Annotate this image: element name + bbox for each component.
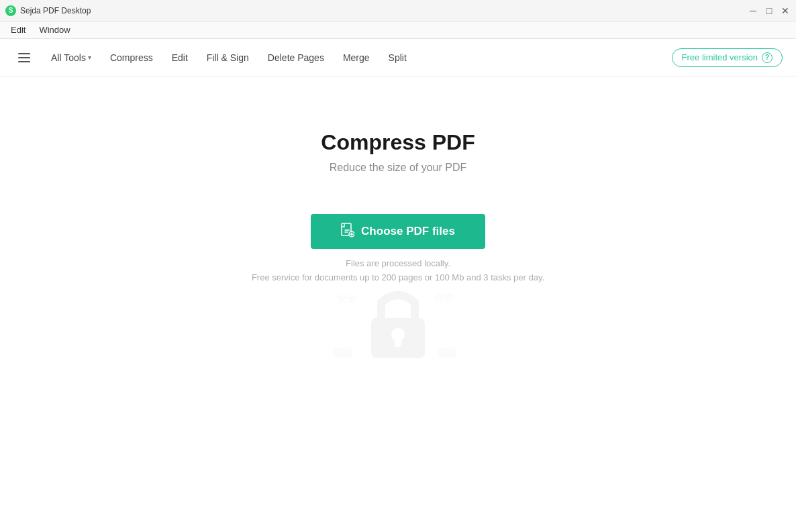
svg-text:███: ███ [438,348,456,358]
free-version-badge[interactable]: Free limited version ? [672,48,783,67]
svg-rect-2 [371,318,425,358]
svg-text:███: ███ [334,348,352,358]
files-local-note: Files are processed locally. [346,258,450,268]
nav-edit[interactable]: Edit [164,48,196,67]
hamburger-menu-button[interactable] [13,47,35,68]
title-bar: S Sejda PDF Desktop ─ □ ✕ [0,0,796,21]
choose-pdf-files-button[interactable]: Choose PDF files [311,214,485,249]
svg-text:保护: 保护 [435,292,454,303]
free-version-label: Free limited version [682,52,758,62]
svg-rect-4 [395,335,401,347]
page-title: Compress PDF [321,130,475,155]
main-content: Compress PDF Reduce the size of your PDF… [0,76,796,532]
all-tools-chevron-icon: ▾ [88,54,91,61]
minimize-button[interactable]: ─ [748,5,758,16]
svg-text:安全: 安全 [338,292,356,303]
app-title: Sejda PDF Desktop [20,6,91,15]
toolbar: All Tools ▾ Compress Edit Fill & Sign De… [0,39,796,76]
maximize-button[interactable]: □ [764,5,775,16]
watermark-image: 安全 保护 ███ ███ [331,268,465,368]
help-icon: ? [762,52,773,63]
title-bar-left: S Sejda PDF Desktop [5,5,91,16]
menu-bar: Edit Window [0,21,796,39]
svg-point-3 [391,328,405,341]
service-note: Free service for documents up to 200 pag… [252,272,544,282]
menu-item-window[interactable]: Window [34,23,75,36]
nav-merge[interactable]: Merge [335,48,378,67]
choose-files-label: Choose PDF files [361,225,455,238]
nav-all-tools[interactable]: All Tools ▾ [43,48,99,67]
menu-item-edit[interactable]: Edit [5,23,31,36]
title-bar-controls: ─ □ ✕ [748,5,791,16]
page-subtitle: Reduce the size of your PDF [330,162,467,174]
nav-fill-sign[interactable]: Fill & Sign [199,48,257,67]
pdf-file-icon [341,223,354,241]
nav-compress[interactable]: Compress [102,48,161,67]
close-button[interactable]: ✕ [780,5,791,16]
nav-delete-pages[interactable]: Delete Pages [260,48,332,67]
app-icon: S [5,5,16,16]
nav-split[interactable]: Split [381,48,415,67]
